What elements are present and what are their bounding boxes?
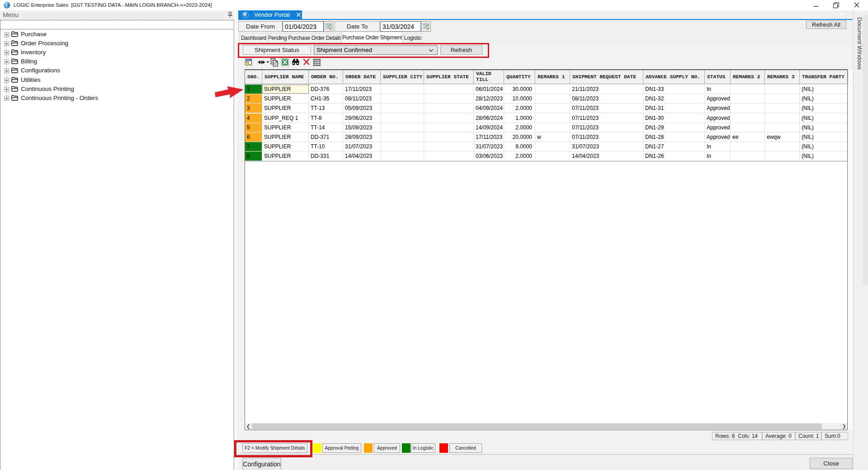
grid-cell-qty[interactable]: 30.0000 <box>504 85 535 94</box>
date-to-input[interactable]: 31/03/2024 <box>380 21 421 32</box>
grid-column-header-rem2[interactable]: REMARKS 2 <box>731 70 765 84</box>
grid-cell-state[interactable] <box>424 85 474 94</box>
grid-cell-advno[interactable]: DN1-28 <box>643 133 705 142</box>
grid-cell-orderno[interactable]: DD-331 <box>309 152 343 161</box>
grid-cell-transfer[interactable]: (NIL) <box>800 142 848 151</box>
grid-cell-city[interactable] <box>381 123 424 132</box>
grid-cell-state[interactable] <box>424 152 474 161</box>
grid-cell-state[interactable] <box>424 133 474 142</box>
grid-cell-orderdate[interactable]: 14/04/2023 <box>343 152 381 161</box>
grid-cell-advno[interactable]: DN1-33 <box>643 85 705 94</box>
grid-cell-supplier[interactable]: SUPPLIER <box>262 142 309 151</box>
grid-cell-rem3[interactable] <box>765 114 800 123</box>
grid-cell-rem1[interactable] <box>535 152 570 161</box>
save-layout-icon[interactable] <box>245 58 252 66</box>
grid-cell-supplier[interactable]: SUPPLIER <box>262 104 309 113</box>
grid-cell-city[interactable] <box>381 133 424 142</box>
grid-icon[interactable] <box>313 58 321 66</box>
grid-cell-rem3[interactable]: ewqw <box>765 133 800 142</box>
restore-button[interactable] <box>826 0 846 10</box>
grid-row-2[interactable]: 2SUPPLIERCH1-3508/11/202328/12/202310.00… <box>245 94 847 104</box>
grid-cell-transfer[interactable]: (NIL) <box>800 85 848 94</box>
grid-cell-shipdate[interactable]: 07/11/2023 <box>570 104 643 113</box>
grid-cell-shipdate[interactable]: 21/11/2023 <box>570 85 643 94</box>
grid-column-header-advno[interactable]: ADVANCE SUPPLY NO. <box>643 70 705 84</box>
expand-plus-icon[interactable] <box>4 78 9 83</box>
tree-item-configurations[interactable]: Configurations <box>0 66 233 75</box>
grid-column-header-city[interactable]: SUPPLIER CITY <box>381 70 424 84</box>
grid-cell-rem1[interactable] <box>535 142 570 151</box>
grid-cell-rem3[interactable] <box>765 85 800 94</box>
grid-cell-orderdate[interactable]: 31/07/2023 <box>343 142 381 151</box>
subtab-pending-purchase-order-details[interactable]: Pending Purchase Order Details <box>268 33 341 43</box>
grid-cell-qty[interactable]: 9.0000 <box>504 142 535 151</box>
refresh-all-button[interactable]: Refresh All <box>806 20 846 29</box>
grid-cell-qty[interactable]: 2.0000 <box>504 104 535 113</box>
grid-cell-validtill[interactable]: 28/12/2023 <box>474 94 504 103</box>
grid-cell-transfer[interactable]: (NIL) <box>800 133 848 142</box>
grid-row-8[interactable]: 8SUPPLIERDD-33114/04/202303/06/20232.000… <box>245 152 847 161</box>
grid-cell-orderno[interactable]: DD-376 <box>309 85 343 94</box>
close-window-button[interactable] <box>846 0 867 10</box>
grid-cell-orderdate[interactable]: 28/09/2023 <box>343 133 381 142</box>
grid-cell-city[interactable] <box>381 142 424 151</box>
grid-cell-rem1[interactable] <box>535 114 570 123</box>
grid-column-header-orderdate[interactable]: ORDER DATE <box>343 70 381 84</box>
grid-cell-shipdate[interactable]: 07/11/2023 <box>570 133 643 142</box>
export-excel-icon[interactable] <box>281 58 289 66</box>
grid-cell-rem1[interactable] <box>535 123 570 132</box>
grid-cell-rem2[interactable]: ee <box>731 133 765 142</box>
grid-cell-advno[interactable]: DN1-29 <box>643 123 705 132</box>
grid-cell-state[interactable] <box>424 104 474 113</box>
delete-icon[interactable] <box>303 58 310 66</box>
expand-plus-icon[interactable] <box>4 87 9 92</box>
expand-plus-icon[interactable] <box>4 96 9 101</box>
subtab-dashboard[interactable]: Dashboard <box>239 33 268 43</box>
grid-cell-rem2[interactable] <box>731 123 765 132</box>
grid-cell-qty[interactable]: 2.0000 <box>504 123 535 132</box>
date-from-calendar-button[interactable] <box>324 21 333 32</box>
grid-cell-orderno[interactable]: TT-14 <box>309 123 343 132</box>
grid-row-1[interactable]: 1SUPPLIERDD-37617/11/202306/01/202430.00… <box>245 85 847 94</box>
tab-list-chevron-icon[interactable] <box>840 13 844 16</box>
expand-plus-icon[interactable] <box>4 59 9 64</box>
tree-item-continuous-printing-orders[interactable]: Continuous Printing - Orders <box>0 94 233 103</box>
grid-cell-transfer[interactable]: (NIL) <box>800 94 848 103</box>
grid-cell-validtill[interactable]: 06/01/2024 <box>474 85 504 94</box>
tree-item-purchase[interactable]: Purchase <box>0 30 233 39</box>
grid-cell-shipdate[interactable]: 14/04/2023 <box>570 152 643 161</box>
grid-cell-supplier[interactable]: SUPPLIER <box>262 152 309 161</box>
grid-cell-sno[interactable]: 5 <box>245 123 262 132</box>
grid-cell-sno[interactable]: 1 <box>245 85 262 94</box>
grid-cell-sno[interactable]: 2 <box>245 94 262 103</box>
grid-cell-supplier[interactable]: SUPPLIER <box>262 123 309 132</box>
grid-cell-orderdate[interactable]: 08/11/2023 <box>343 94 381 103</box>
grid-cell-validtill[interactable]: 31/07/2023 <box>474 142 504 151</box>
grid-cell-orderno[interactable]: TT-13 <box>309 104 343 113</box>
tab-close-icon[interactable] <box>296 12 301 17</box>
close-button[interactable]: Close <box>810 458 853 469</box>
grid-column-header-sno[interactable]: SNO. <box>245 70 262 84</box>
grid-cell-city[interactable] <box>381 85 424 94</box>
grid-cell-advno[interactable]: DN1-32 <box>643 94 705 103</box>
grid-cell-advno[interactable]: DN1-26 <box>643 152 705 161</box>
grid-cell-rem3[interactable] <box>765 142 800 151</box>
subtab-logistic[interactable]: Logistic <box>403 33 423 43</box>
grid-cell-rem1[interactable] <box>535 104 570 113</box>
grid-cell-rem1[interactable]: w <box>535 133 570 142</box>
grid-cell-transfer[interactable]: (NIL) <box>800 152 848 161</box>
grid-cell-transfer[interactable]: (NIL) <box>800 104 848 113</box>
grid-cell-status[interactable]: Approved <box>705 114 731 123</box>
grid-cell-orderdate[interactable]: 29/06/2023 <box>343 114 381 123</box>
grid-row-4[interactable]: 4SUPP_REQ 1TT-829/06/202328/06/20241.000… <box>245 114 847 123</box>
grid-column-header-qty[interactable]: QUANTITY <box>504 70 535 84</box>
grid-cell-advno[interactable]: DN1-27 <box>643 142 705 151</box>
grid-cell-shipdate[interactable]: 31/07/2023 <box>570 142 643 151</box>
tab-vendor-portal[interactable]: L Vendor Portal <box>238 10 302 19</box>
grid-cell-rem2[interactable] <box>731 94 765 103</box>
grid-cell-supplier[interactable]: SUPPLIER <box>262 94 309 103</box>
grid-cell-rem2[interactable] <box>731 114 765 123</box>
date-to-calendar-button[interactable] <box>421 21 431 32</box>
grid-cell-supplier-selected[interactable]: SUPPLIER <box>262 85 309 94</box>
grid-cell-validtill[interactable]: 04/09/2024 <box>474 104 504 113</box>
